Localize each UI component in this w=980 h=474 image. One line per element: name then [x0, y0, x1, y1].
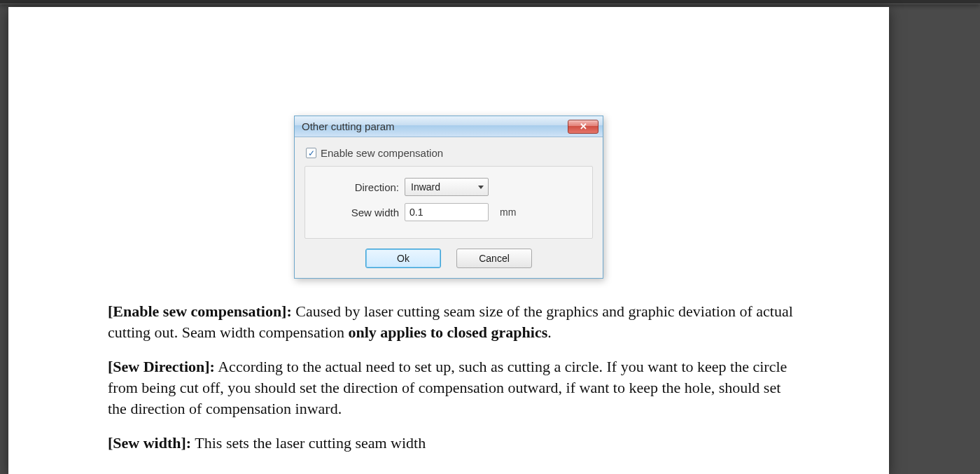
document-page: Other cutting param ✕ ✓ Enable sew compe… — [8, 7, 889, 474]
enable-sew-compensation-row: ✓ Enable sew compensation — [306, 147, 593, 159]
close-icon: ✕ — [580, 121, 587, 132]
check-icon: ✓ — [308, 149, 315, 158]
paragraph-sew-width: [Sew width]: This sets the laser cutting… — [108, 433, 801, 454]
dialog-titlebar: Other cutting param ✕ — [295, 116, 603, 137]
dialog-close-button[interactable]: ✕ — [568, 120, 598, 134]
sew-width-input[interactable]: 0.1 — [405, 203, 489, 221]
dialog-body: ✓ Enable sew compensation Direction: Inw… — [295, 137, 603, 278]
direction-select[interactable]: Inward — [405, 178, 489, 196]
sew-params-group: Direction: Inward Sew width 0.1 mm — [304, 166, 593, 239]
direction-row: Direction: Inward — [315, 178, 582, 196]
p1-bold: only applies to closed graphics — [348, 323, 547, 341]
p3-label: [Sew width]: — [108, 434, 191, 452]
p2-label: [Sew Direction]: — [108, 358, 215, 375]
dialog-button-row: Ok Cancel — [304, 249, 593, 268]
sew-width-unit: mm — [494, 207, 522, 218]
enable-sew-compensation-label: Enable sew compensation — [321, 147, 443, 159]
viewer-toolbar — [0, 0, 980, 4]
sew-width-value: 0.1 — [410, 207, 423, 218]
sew-width-label: Sew width — [315, 207, 399, 218]
sew-width-row: Sew width 0.1 mm — [315, 203, 582, 221]
chevron-down-icon — [478, 186, 484, 189]
cancel-button[interactable]: Cancel — [456, 249, 532, 268]
other-cutting-param-dialog: Other cutting param ✕ ✓ Enable sew compe… — [294, 116, 603, 279]
page-content: Other cutting param ✕ ✓ Enable sew compe… — [8, 7, 889, 474]
direction-value: Inward — [411, 181, 440, 193]
paragraph-enable-sew: [Enable sew compensation]: Caused by las… — [108, 301, 801, 342]
p3-body: This sets the laser cutting seam width — [191, 434, 426, 452]
direction-label: Direction: — [315, 181, 399, 193]
enable-sew-compensation-checkbox[interactable]: ✓ — [306, 148, 316, 158]
dialog-title: Other cutting param — [302, 120, 395, 132]
p1-label: [Enable sew compensation]: — [108, 302, 292, 320]
ok-button[interactable]: Ok — [365, 249, 441, 268]
p1-text-b: . — [547, 323, 552, 341]
description-text: [Enable sew compensation]: Caused by las… — [108, 301, 801, 468]
paragraph-sew-direction: [Sew Direction]: According to the actual… — [108, 356, 801, 419]
